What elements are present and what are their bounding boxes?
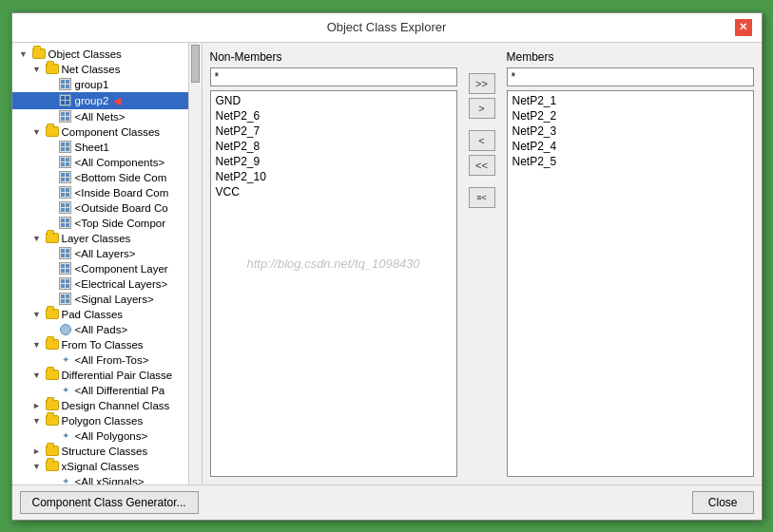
class-icon — [58, 201, 73, 215]
tree-label: Layer Classes — [62, 233, 131, 244]
circle-icon — [58, 323, 73, 336]
tree-item-pad-classes[interactable]: ▼ Pad Classes — [12, 307, 188, 322]
tree-item-layer-classes[interactable]: ▼ Layer Classes — [12, 231, 188, 246]
list-item[interactable]: NetP2_6 — [213, 108, 454, 124]
tree-item-all-polygons[interactable]: ✦ <All Polygons> — [12, 428, 188, 444]
class-icon — [58, 110, 73, 124]
tree-item-object-classes[interactable]: ▼ Object Classes — [12, 47, 188, 62]
class-icon — [58, 247, 73, 260]
arrow-icon: ✦ — [58, 384, 73, 397]
tree-label: <All xSignals> — [75, 476, 145, 484]
members-column: Members NetP2_1 NetP2_2 NetP2_3 NetP2_4 … — [507, 50, 754, 477]
tree-item-all-xsignals[interactable]: ✦ <All xSignals> — [12, 474, 188, 484]
members-filter[interactable] — [507, 67, 754, 86]
list-item[interactable]: NetP2_10 — [213, 169, 454, 184]
tree-content: ▼ Object Classes ▼ Net Classes group — [12, 43, 188, 484]
folder-icon — [45, 399, 60, 412]
non-members-filter[interactable] — [210, 67, 457, 86]
tree-item-component-classes[interactable]: ▼ Component Classes — [12, 124, 188, 140]
move-right-button[interactable]: > — [469, 98, 495, 119]
tree-item-all-from-tos[interactable]: ✦ <All From-Tos> — [12, 352, 188, 368]
tree-item-all-pads[interactable]: <All Pads> — [12, 322, 188, 337]
close-dialog-button[interactable]: Close — [692, 491, 754, 514]
tree-label: Structure Classes — [62, 446, 148, 457]
tree-item-signal-layers[interactable]: <Signal Layers> — [12, 292, 188, 307]
tree-label: <All From-Tos> — [75, 354, 149, 366]
tree-label: <Component Layer — [75, 263, 168, 275]
tree-label: <All Pads> — [75, 324, 128, 335]
tree-item-group1[interactable]: group1 — [12, 77, 188, 92]
class-icon — [58, 277, 73, 291]
tree-label: Sheet1 — [75, 142, 109, 153]
class-icon — [58, 293, 73, 306]
content-area: ▼ Object Classes ▼ Net Classes group — [12, 43, 762, 484]
list-item[interactable]: NetP2_9 — [213, 154, 454, 169]
tree-item-group2[interactable]: group2 ◄ — [12, 92, 188, 109]
tree-item-all-layers[interactable]: <All Layers> — [12, 246, 188, 261]
tree-label: <All Layers> — [75, 248, 136, 259]
tree-item-all-nets[interactable]: <All Nets> — [12, 109, 188, 124]
tree-item-xsignal-classes[interactable]: ▼ xSignal Classes — [12, 459, 188, 474]
list-item[interactable]: VCC — [213, 184, 454, 200]
list-item[interactable]: NetP2_4 — [510, 139, 751, 154]
move-left-button[interactable]: < — [469, 130, 495, 151]
expand-icon: ▼ — [29, 462, 45, 471]
tree-label: <Bottom Side Com — [75, 172, 167, 183]
list-item[interactable]: NetP2_8 — [213, 139, 454, 154]
arrow-indicator: ◄ — [110, 93, 124, 108]
tree-label: group1 — [75, 79, 109, 90]
tree-item-from-to-classes[interactable]: ▼ From To Classes — [12, 337, 188, 352]
list-item[interactable]: NetP2_5 — [510, 154, 751, 169]
tree-item-structure-classes[interactable]: ► Structure Classes — [12, 444, 188, 459]
tree-item-electrical-layers[interactable]: <Electrical Layers> — [12, 276, 188, 292]
tree-scrollbar[interactable] — [188, 43, 202, 484]
right-panel: Non-Members GND NetP2_6 NetP2_7 NetP2_8 … — [203, 43, 762, 484]
tree-label: <Outside Board Co — [75, 202, 168, 214]
tree-label: <All Differential Pa — [75, 385, 165, 396]
move-all-left-button[interactable]: << — [469, 155, 495, 176]
tree-label: <All Polygons> — [75, 430, 148, 442]
list-item[interactable]: GND — [213, 93, 454, 108]
expand-icon: ► — [29, 401, 45, 410]
tree-item-net-classes[interactable]: ▼ Net Classes — [12, 62, 188, 77]
folder-icon — [45, 63, 60, 76]
non-members-list[interactable]: GND NetP2_6 NetP2_7 NetP2_8 NetP2_9 NetP… — [210, 90, 457, 477]
close-button[interactable]: ✕ — [735, 19, 752, 36]
tree-label: Net Classes — [62, 64, 121, 75]
expand-icon: ▼ — [16, 49, 31, 59]
list-item[interactable]: NetP2_2 — [510, 108, 751, 124]
tree-label: group2 — [75, 95, 109, 106]
folder-icon — [45, 338, 60, 352]
component-class-generator-button[interactable]: Component Class Generator... — [20, 491, 199, 514]
folder-icon — [45, 369, 60, 382]
tree-item-sheet1[interactable]: Sheet1 — [12, 140, 188, 155]
tree-item-component-layer[interactable]: <Component Layer — [12, 261, 188, 276]
tree-item-outside-board[interactable]: <Outside Board Co — [12, 200, 188, 216]
move-all-right-button[interactable]: >> — [469, 73, 495, 94]
tree-item-all-components[interactable]: <All Components> — [12, 155, 188, 170]
list-item[interactable]: NetP2_3 — [510, 124, 751, 139]
class-icon — [58, 156, 73, 169]
tree-item-polygon-classes[interactable]: ▼ Polygon Classes — [12, 413, 188, 428]
move-bottom-button[interactable]: ≡< — [469, 187, 495, 208]
tree-item-bottom-side[interactable]: <Bottom Side Com — [12, 170, 188, 185]
folder-icon — [45, 125, 60, 139]
tree-panel: ▼ Object Classes ▼ Net Classes group — [12, 43, 203, 484]
tree-label: <Electrical Layers> — [75, 278, 168, 290]
folder-icon — [45, 445, 60, 458]
folder-icon — [31, 48, 47, 61]
tree-item-diff-pair-classes[interactable]: ▼ Differential Pair Classe — [12, 368, 188, 383]
list-item[interactable]: NetP2_1 — [510, 93, 751, 108]
expand-icon: ▼ — [29, 370, 45, 380]
scrollbar-thumb[interactable] — [191, 45, 200, 83]
members-list[interactable]: NetP2_1 NetP2_2 NetP2_3 NetP2_4 NetP2_5 — [507, 90, 754, 477]
tree-item-design-channel[interactable]: ► Design Channel Class — [12, 398, 188, 413]
class-icon — [58, 262, 73, 276]
dialog: Object Class Explorer ✕ ▼ Object Classes… — [11, 12, 763, 521]
tree-item-all-differential[interactable]: ✦ <All Differential Pa — [12, 383, 188, 398]
tree-item-top-side[interactable]: <Top Side Compor — [12, 216, 188, 231]
tree-item-inside-board[interactable]: <Inside Board Com — [12, 185, 188, 200]
tree-label: Differential Pair Classe — [62, 370, 173, 381]
list-item[interactable]: NetP2_7 — [213, 124, 454, 139]
expand-icon: ▼ — [29, 65, 45, 74]
